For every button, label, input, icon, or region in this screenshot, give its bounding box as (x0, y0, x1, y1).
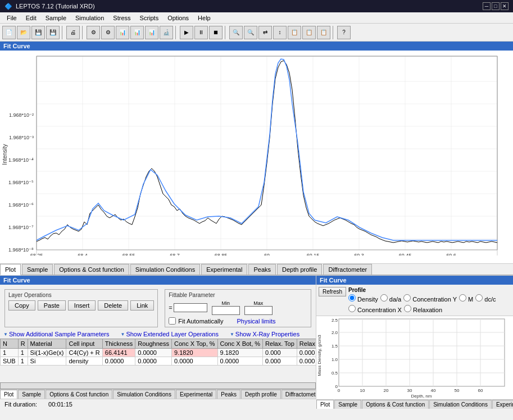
fit-auto-checkbox[interactable] (169, 317, 176, 325)
tab-experimental[interactable]: Experimental (201, 264, 247, 275)
tab-sim-conditions[interactable]: Simulation Conditions (130, 264, 200, 275)
col-roughness: Roughness (135, 339, 172, 349)
radio-density[interactable] (348, 294, 356, 302)
toolbar-new[interactable]: 📄 (2, 26, 16, 39)
tab-sample[interactable]: Sample (22, 264, 53, 275)
toolbar-btn-15[interactable]: ↕ (273, 26, 287, 39)
insert-button[interactable]: Insert (68, 300, 96, 311)
menu-help[interactable]: Help (193, 13, 215, 22)
menu-edit[interactable]: Edit (21, 13, 41, 22)
svg-text:69: 69 (264, 253, 270, 255)
fittable-value-input[interactable] (174, 303, 207, 312)
physical-limits-link[interactable]: Physical limits (237, 318, 275, 325)
toolbar-btn-6[interactable]: 📊 (130, 26, 144, 39)
menu-scripts[interactable]: Scripts (135, 13, 164, 22)
maximize-button[interactable]: □ (492, 2, 500, 10)
toolbar-btn-14[interactable]: ⇄ (258, 26, 272, 39)
toolbar-save-as[interactable]: 💾 (46, 26, 60, 39)
copy-button[interactable]: Copy (8, 300, 35, 311)
toolbar-save[interactable]: 💾 (31, 26, 45, 39)
radio-conc-x-label[interactable]: Concentration X (348, 305, 402, 313)
tab-peaks[interactable]: Peaks (248, 264, 276, 275)
radio-m[interactable] (459, 294, 466, 302)
rbtab-plot[interactable]: Plot (316, 400, 334, 409)
rbtab-options[interactable]: Options & Cost function (362, 400, 429, 409)
svg-text:2.0: 2.0 (332, 330, 338, 335)
radio-dc-c-label[interactable]: dc/c (475, 294, 496, 303)
show-additional-params-link[interactable]: Show Additional Sample Parameters (3, 331, 109, 337)
toolbar-btn-17[interactable]: 📋 (302, 26, 316, 39)
radio-conc-y-label[interactable]: Concentration Y (403, 294, 457, 303)
btab-sim-cond[interactable]: Simulation Conditions (113, 390, 175, 399)
menu-stress[interactable]: Stress (108, 13, 135, 22)
rbtab-experimental[interactable]: Experimental (492, 400, 513, 409)
refresh-button[interactable]: Refresh (319, 287, 346, 296)
min-group: Min (212, 300, 240, 315)
rbtab-sim-cond[interactable]: Simulation Conditions (429, 400, 492, 409)
radio-relax-label[interactable]: Relaxation (404, 305, 442, 313)
minimize-button[interactable]: ─ (483, 2, 491, 10)
radio-m-label[interactable]: M (459, 294, 473, 303)
toolbar-btn-12[interactable]: 🔍 (229, 26, 243, 39)
toolbar-btn-7[interactable]: 📊 (145, 26, 158, 39)
cell-relax-bot-0: 0.000 (297, 349, 316, 357)
menu-file[interactable]: File (2, 13, 21, 22)
conc-x-label: Concentration X (357, 307, 402, 313)
toolbar-btn-10[interactable]: ⏸ (194, 26, 208, 39)
tab-diffractometer[interactable]: Diffractometer (323, 264, 372, 275)
radio-relax[interactable] (404, 305, 411, 312)
btab-experimental[interactable]: Experimental (176, 390, 216, 399)
toolbar-btn-11[interactable]: ⏹ (209, 26, 223, 39)
max-input[interactable] (244, 306, 273, 315)
radio-da-a-label[interactable]: da/a (380, 294, 401, 303)
btab-peaks[interactable]: Peaks (217, 390, 240, 399)
svg-text:60: 60 (478, 388, 483, 393)
svg-text:1.0: 1.0 (332, 357, 338, 362)
tab-plot[interactable]: Plot (0, 264, 21, 275)
menu-options[interactable]: Options (163, 13, 193, 22)
radio-conc-x[interactable] (348, 305, 356, 312)
toolbar-sep-3 (175, 26, 178, 39)
radio-conc-y[interactable] (403, 294, 411, 302)
toolbar-btn-3[interactable]: ⚙ (87, 26, 100, 39)
btab-plot[interactable]: Plot (0, 390, 17, 399)
toolbar-print[interactable]: 🖨 (66, 26, 80, 39)
tab-depth-profile[interactable]: Depth profile (277, 264, 322, 275)
btab-depth-profile[interactable]: Depth profile (241, 390, 281, 399)
table-row[interactable]: SUB 1 Si density 0.0000 0.0000 0.0000 0.… (1, 357, 316, 366)
toolbar-btn-16[interactable]: 📋 (288, 26, 301, 39)
radio-density-label[interactable]: Density (348, 294, 378, 303)
close-button[interactable]: ✕ (501, 2, 509, 10)
show-extended-ops-link[interactable]: Show Extended Layer Operations (120, 331, 218, 337)
radio-dc-c[interactable] (475, 294, 483, 302)
toolbar-btn-9[interactable]: ▶ (180, 26, 193, 39)
btab-diffractometer[interactable]: Diffractometer (282, 390, 316, 399)
toolbar-btn-5[interactable]: 📊 (116, 26, 129, 39)
tab-options[interactable]: Options & Cost function (54, 264, 129, 275)
cell-conc-top-0[interactable]: 9.1820 (171, 349, 217, 357)
link-button[interactable]: Link (130, 300, 154, 311)
table-row[interactable]: 1 1 Si(1-x)Ge(x) C4(Cy) + R 66.4141 0.00… (1, 349, 316, 357)
rbtab-sample[interactable]: Sample (334, 400, 361, 409)
btab-sample[interactable]: Sample (18, 390, 45, 399)
min-input[interactable] (212, 306, 240, 315)
svg-text:1.968*10⁻⁷: 1.968*10⁻⁷ (8, 225, 34, 230)
toolbar-btn-18[interactable]: 📋 (317, 26, 330, 39)
toolbar-open[interactable]: 📂 (17, 26, 30, 39)
show-xray-props-link[interactable]: Show X-Ray Properties (230, 331, 299, 337)
menu-simulation[interactable]: Simulation (71, 13, 108, 22)
radio-da-a[interactable] (380, 294, 388, 302)
layer-table-scroll[interactable]: N R Material Cell input Thickness Roughn… (0, 339, 316, 381)
bottom-left-scrollbar[interactable] (0, 382, 316, 389)
toolbar-btn-13[interactable]: 🔍 (244, 26, 257, 39)
cell-thickness-0[interactable]: 66.4141 (102, 349, 135, 357)
bottom-right-title: Fit Curve (316, 276, 513, 285)
menu-sample[interactable]: Sample (41, 13, 71, 22)
cell-material-0: Si(1-x)Ge(x) (28, 349, 66, 357)
btab-options[interactable]: Options & Cost function (46, 390, 112, 399)
toolbar-btn-8[interactable]: 🔬 (160, 26, 173, 39)
paste-button[interactable]: Paste (38, 300, 66, 311)
toolbar-btn-4[interactable]: ⚙ (101, 26, 115, 39)
delete-button[interactable]: Delete (98, 300, 128, 311)
toolbar-btn-19[interactable]: ? (337, 26, 351, 39)
